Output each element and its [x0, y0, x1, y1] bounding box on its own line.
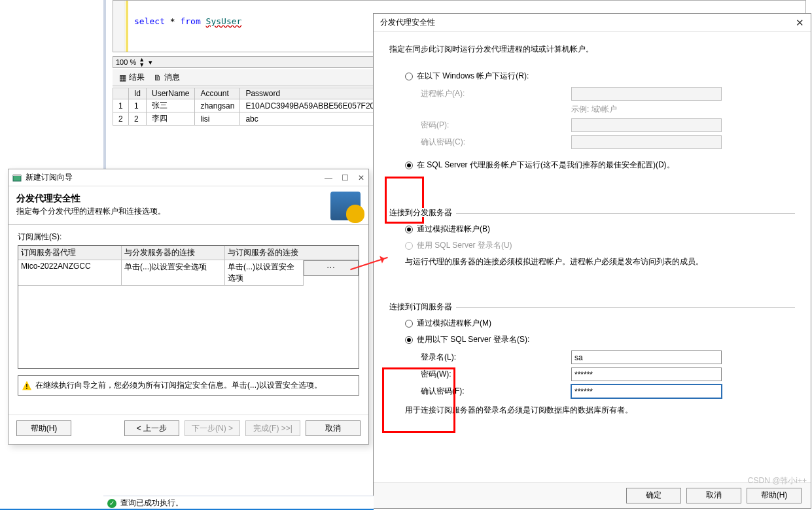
dialog-titlebar[interactable]: 分发代理安全性 ✕: [374, 14, 811, 32]
close-icon[interactable]: ✕: [796, 17, 804, 29]
section-distributor: 连接到分发服务器: [389, 207, 795, 218]
subscription-grid[interactable]: 订阅服务器代理 与分发服务器的连接 与订阅服务器的连接 Mico-2022ANZ…: [18, 245, 359, 369]
password-w-label: 密码(W):: [421, 369, 571, 380]
ok-button[interactable]: 确定: [626, 488, 681, 503]
status-text: 查询已成功执行。: [120, 498, 183, 509]
grid-row[interactable]: Mico-2022ANZGCC 单击(...)以设置安全选项 单击(...)以设…: [18, 260, 359, 286]
radio-icon: [405, 242, 413, 250]
close-button[interactable]: ✕: [358, 173, 364, 182]
cancel-button[interactable]: 取消: [306, 420, 361, 436]
sql-text[interactable]: select * from SysUser: [134, 16, 241, 26]
prev-button[interactable]: < 上一步: [124, 420, 179, 436]
security-dialog: 分发代理安全性 ✕ 指定在同步此订阅时运行分发代理进程的域或计算机帐户。 在以下…: [373, 13, 811, 509]
tab-result[interactable]: ▦结果: [115, 71, 149, 84]
success-icon: ✓: [107, 499, 116, 508]
wizard-subheading: 指定每个分发代理的进程帐户和连接选项。: [16, 206, 166, 217]
confirm-password-label: 确认密码(C):: [421, 137, 571, 148]
svg-rect-1: [13, 174, 21, 176]
next-button: 下一步(N) >: [185, 420, 240, 436]
radio-dist-impersonate[interactable]: 通过模拟进程帐户(B): [389, 224, 795, 235]
radio-icon: [405, 320, 413, 328]
dialog-footer: 确定 取消 帮助(H): [374, 482, 811, 508]
finish-button: 完成(F) >>|: [245, 420, 300, 436]
grid-empty-area: [18, 286, 359, 368]
warning-text: 在继续执行向导之前，您必须为所有订阅指定安全信息。单击(...)以设置安全选项。: [35, 380, 322, 391]
wizard-heading: 分发代理安全性: [16, 193, 166, 205]
warning-icon: !: [22, 381, 31, 390]
dialog-title: 分发代理安全性: [380, 17, 435, 28]
radio-run-sql-agent[interactable]: 在 SQL Server 代理服务帐户下运行(这不是我们推荐的最佳安全配置)(D…: [389, 160, 795, 171]
password-label: 密码(P):: [421, 120, 571, 131]
radio-icon: [405, 336, 413, 344]
tab-message[interactable]: 🗎消息: [150, 71, 184, 84]
grid-col-agent: 订阅服务器代理: [18, 246, 122, 260]
zoom-arrows[interactable]: ▲▼: [139, 57, 145, 67]
subscription-wizard-window: 新建订阅向导 — ☐ ✕ 分发代理安全性 指定每个分发代理的进程帐户和连接选项。…: [8, 169, 369, 445]
line-gutter: [113, 1, 125, 52]
example-text: 示例: 域\帐户: [571, 104, 617, 115]
radio-run-windows[interactable]: 在以下 Windows 帐户下运行(R):: [389, 71, 795, 82]
help-button[interactable]: 帮助(H): [747, 488, 802, 503]
radio-icon: [405, 226, 413, 233]
minimize-button[interactable]: —: [325, 173, 332, 182]
radio-icon: [405, 162, 413, 169]
watermark: CSDN @韩小i++: [748, 475, 807, 486]
login-label: 登录名(L):: [421, 352, 571, 363]
wizard-header: 分发代理安全性 指定每个分发代理的进程帐户和连接选项。: [9, 186, 368, 225]
confirm-password-f-label: 确认密码(F):: [421, 386, 571, 397]
process-account-input: [571, 87, 722, 101]
distributor-note: 与运行代理的服务器的连接必须模拟进程帐户。进程帐户必须是发布访问列表的成员。: [389, 256, 795, 267]
svg-rect-0: [13, 175, 21, 181]
section-subscriber: 连接到订阅服务器: [389, 301, 795, 313]
grid-col-sub: 与订阅服务器的连接: [225, 246, 359, 260]
wizard-titlebar[interactable]: 新建订阅向导 — ☐ ✕: [9, 169, 368, 186]
radio-sub-sql-login[interactable]: 使用以下 SQL Server 登录名(S):: [389, 334, 795, 345]
grid-col-dist: 与分发服务器的连接: [122, 246, 225, 260]
radio-icon: [405, 73, 413, 80]
radio-sub-impersonate[interactable]: 通过模拟进程帐户(M): [389, 318, 795, 329]
subscription-list-label: 订阅属性(S):: [18, 231, 359, 243]
subscriber-note: 用于连接订阅服务器的登录名必须是订阅数据库的数据库所有者。: [389, 405, 795, 416]
maximize-button[interactable]: ☐: [342, 173, 349, 182]
zoom-value: 100 %: [116, 58, 136, 66]
wizard-title: 新建订阅向导: [26, 172, 73, 183]
process-account-label: 进程帐户(A):: [421, 88, 571, 99]
change-marker: [126, 1, 128, 52]
confirm-password-f-input[interactable]: [571, 384, 722, 398]
radio-dist-sql-login: 使用 SQL Server 登录名(U): [389, 240, 795, 251]
status-bar: ✓ 查询已成功执行。: [103, 496, 374, 510]
warning-box: ! 在继续执行向导之前，您必须为所有订阅指定安全信息。单击(...)以设置安全选…: [18, 375, 359, 396]
dialog-description: 指定在同步此订阅时运行分发代理进程的域或计算机帐户。: [389, 44, 795, 55]
cancel-button[interactable]: 取消: [686, 488, 741, 503]
confirm-password-input: [571, 135, 722, 149]
msg-icon: 🗎: [154, 73, 162, 82]
help-button[interactable]: 帮助(H): [16, 420, 71, 436]
wizard-header-icon: [330, 192, 361, 220]
password-input: [571, 118, 722, 132]
login-input[interactable]: [571, 350, 722, 364]
app-icon: [12, 173, 22, 182]
password-w-input[interactable]: [571, 367, 722, 381]
wizard-footer: 帮助(H) < 上一步 下一步(N) > 完成(F) >>| 取消: [9, 415, 368, 444]
grid-icon: ▦: [119, 73, 126, 82]
